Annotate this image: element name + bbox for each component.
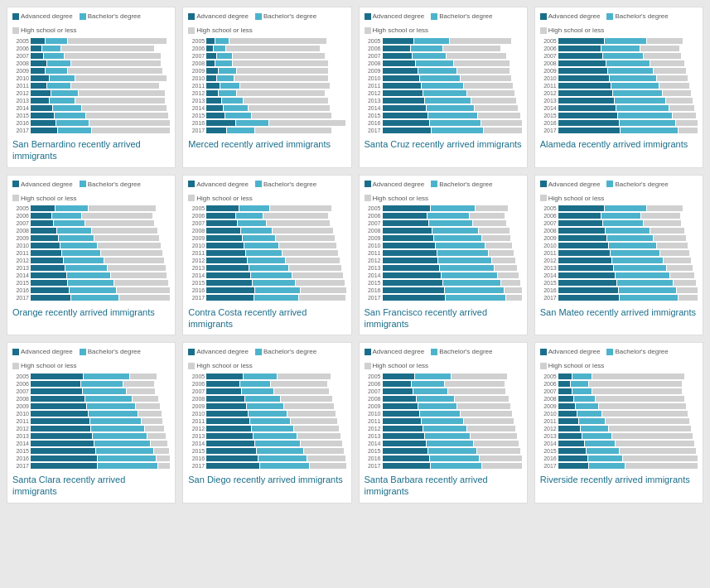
chart-bars-area: 2005200620072008200920102011201220132014… <box>188 373 345 469</box>
year-label: 2007 <box>12 388 31 394</box>
bars-container <box>31 433 170 439</box>
bar-advanced <box>383 213 427 219</box>
bar-highschool <box>679 295 698 301</box>
bar-bachelor <box>417 396 453 402</box>
bar-advanced <box>558 213 601 219</box>
bar-row: 2015 <box>540 280 698 287</box>
year-label: 2017 <box>12 463 31 469</box>
bar-bachelor <box>412 381 444 387</box>
year-label: 2015 <box>540 280 558 286</box>
bars-container <box>383 128 522 133</box>
legend-item-bachelor: Bachelor's degree <box>606 181 668 188</box>
bar-advanced <box>206 455 258 461</box>
year-label: 2008 <box>188 60 206 66</box>
bars-container <box>558 463 698 469</box>
bar-bachelor <box>89 411 138 417</box>
chart-card-san-diego: Advanced degreeBachelor's degreeHigh sch… <box>182 342 351 504</box>
legend-item-advanced: Advanced degree <box>540 181 601 188</box>
bar-highschool <box>612 433 692 439</box>
legend-color-highschool <box>540 195 547 201</box>
year-label: 2016 <box>12 120 31 126</box>
bars-container <box>383 418 522 424</box>
bar-advanced <box>558 243 609 248</box>
bar-row: 2007 <box>12 52 170 59</box>
year-label: 2008 <box>365 396 383 402</box>
bars-container <box>31 105 170 111</box>
year-label: 2008 <box>12 60 31 66</box>
bar-row: 2013 <box>12 97 170 104</box>
bar-row: 2008 <box>12 228 170 234</box>
bar-highschool <box>94 235 158 241</box>
bar-row: 2009 <box>12 67 170 74</box>
bar-bachelor <box>47 60 70 66</box>
bars-container <box>31 243 170 248</box>
bar-bachelor <box>574 396 595 402</box>
bars-container <box>31 213 170 219</box>
bar-advanced <box>558 38 604 44</box>
year-label: 2010 <box>188 75 206 81</box>
year-label: 2008 <box>12 396 31 402</box>
bar-advanced <box>383 105 427 111</box>
chart-bars-area: 2005200620072008200920102011201220132014… <box>365 37 522 133</box>
bar-advanced <box>31 105 52 111</box>
year-label: 2013 <box>365 98 383 104</box>
bar-highschool <box>485 243 513 248</box>
legend-color-bachelor <box>606 349 613 355</box>
chart-card-san-bernardino: Advanced degreeBachelor's degreeHigh sch… <box>7 7 176 168</box>
bar-bachelor <box>611 83 659 89</box>
bars-container <box>383 105 522 111</box>
chart-title-alameda: Alameda recently arrived immigrants <box>540 138 698 150</box>
bar-highschool <box>677 287 698 293</box>
legend-item-bachelor: Bachelor's degree <box>606 348 668 355</box>
bars-container <box>383 448 522 454</box>
year-label: 2010 <box>12 411 31 417</box>
bar-advanced <box>206 60 215 66</box>
bar-bachelor <box>601 213 640 219</box>
year-label: 2016 <box>365 287 383 293</box>
bar-highschool <box>644 53 682 59</box>
bars-container <box>558 53 698 59</box>
bar-row: 2009 <box>540 235 698 242</box>
bar-highschool <box>657 243 688 248</box>
bar-bachelor <box>611 250 659 256</box>
legend-color-advanced <box>188 349 195 355</box>
bars-container <box>31 250 170 256</box>
bar-highschool <box>267 220 330 226</box>
bar-advanced <box>31 388 82 394</box>
year-label: 2008 <box>12 228 31 234</box>
bar-row: 2012 <box>540 425 698 431</box>
bar-row: 2005 <box>12 373 170 379</box>
chart-bars-area: 2005200620072008200920102011201220132014… <box>188 205 345 301</box>
bar-advanced <box>206 105 223 111</box>
bars-container <box>558 426 698 431</box>
legend-item-advanced: Advanced degree <box>540 348 601 355</box>
bar-row: 2013 <box>540 432 698 439</box>
bar-advanced <box>558 265 614 271</box>
bars-container <box>31 265 170 271</box>
bar-highschool <box>489 250 514 256</box>
year-label: 2013 <box>188 433 206 439</box>
bar-highschool <box>75 75 167 81</box>
legend-label-advanced: Advanced degree <box>548 348 601 355</box>
legend-label-advanced: Advanced degree <box>196 181 249 188</box>
year-label: 2016 <box>365 120 383 126</box>
bar-highschool <box>252 113 331 118</box>
bar-advanced <box>383 411 419 417</box>
bar-bachelor <box>418 403 456 409</box>
bar-row: 2013 <box>12 432 170 439</box>
year-label: 2010 <box>12 243 31 248</box>
bar-highschool <box>467 90 514 96</box>
bar-bachelor <box>50 98 75 104</box>
bar-bachelor <box>215 38 229 44</box>
year-label: 2014 <box>365 105 383 111</box>
bar-bachelor <box>46 68 67 74</box>
bar-advanced <box>383 75 419 81</box>
bars-container <box>558 265 698 271</box>
bar-row: 2007 <box>540 220 698 227</box>
year-label: 2015 <box>12 113 31 118</box>
bars-container <box>558 448 698 454</box>
bars-container <box>558 295 698 301</box>
year-label: 2007 <box>188 220 206 226</box>
bars-container <box>558 272 698 278</box>
bar-highschool <box>606 418 689 424</box>
